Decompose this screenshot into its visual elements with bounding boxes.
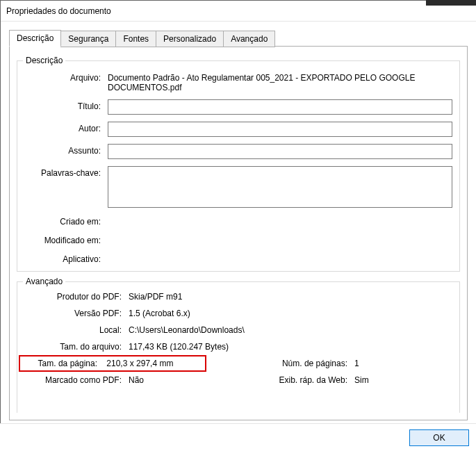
version-value: 1.5 (Acrobat 6.x) bbox=[129, 309, 396, 318]
title-label: Título: bbox=[24, 99, 108, 111]
content-area: Descrição Segurança Fontes Personalizado… bbox=[1, 22, 476, 451]
advanced-group: Avançado Produtor do PDF: Skia/PDF m91 V… bbox=[17, 281, 460, 413]
pagecount-value: 1 bbox=[354, 359, 396, 368]
producer-value: Skia/PDF m91 bbox=[129, 292, 396, 302]
fastweb-label: Exib. ráp. da Web: bbox=[271, 375, 354, 385]
tab-strip: Descrição Segurança Fontes Personalizado… bbox=[9, 30, 468, 47]
description-group: Descrição Arquivo: Documento Padrão - At… bbox=[17, 60, 460, 272]
filesize-value: 117,43 KB (120.247 Bytes) bbox=[129, 342, 396, 352]
subject-input[interactable] bbox=[108, 144, 452, 159]
ok-button[interactable]: OK bbox=[409, 429, 469, 446]
created-label: Criado em: bbox=[24, 215, 108, 227]
pagesize-value: 210,3 x 297,4 mm bbox=[106, 359, 173, 368]
tagged-value: Não bbox=[129, 375, 271, 385]
tab-panel: Descrição Arquivo: Documento Padrão - At… bbox=[9, 46, 468, 420]
pagecount-label: Núm. de páginas: bbox=[271, 359, 354, 368]
decorative-corner bbox=[426, 0, 476, 6]
application-label: Aplicativo: bbox=[24, 252, 108, 264]
modified-value bbox=[108, 233, 452, 236]
fastweb-value: Sim bbox=[354, 375, 396, 385]
modified-label: Modificado em: bbox=[24, 233, 108, 245]
dialog-window: Propriedades do documento Descrição Segu… bbox=[0, 0, 476, 451]
title-input[interactable] bbox=[108, 99, 452, 115]
button-bar: OK bbox=[0, 423, 476, 451]
file-value: Documento Padrão - Ato Regulamentar 005_… bbox=[108, 71, 452, 92]
author-input[interactable] bbox=[108, 122, 452, 137]
application-value bbox=[108, 252, 452, 254]
title-bar: Propriedades do documento bbox=[1, 1, 476, 22]
keywords-label: Palavras-chave: bbox=[24, 166, 108, 178]
keywords-input[interactable] bbox=[108, 166, 452, 208]
advanced-group-title: Avançado bbox=[23, 277, 65, 286]
author-label: Autor: bbox=[24, 122, 108, 133]
window-title: Propriedades do documento bbox=[6, 6, 111, 16]
producer-label: Produtor do PDF: bbox=[24, 292, 129, 302]
version-label: Versão PDF: bbox=[24, 309, 129, 318]
tab-custom[interactable]: Personalizado bbox=[156, 31, 224, 47]
created-value bbox=[108, 215, 452, 217]
file-label: Arquivo: bbox=[24, 71, 108, 83]
tab-advanced[interactable]: Avançado bbox=[223, 31, 275, 47]
pagesize-highlight: Tam. da página: 210,3 x 297,4 mm bbox=[19, 355, 206, 372]
location-value: C:\Users\Leonardo\Downloads\ bbox=[129, 325, 396, 335]
tagged-label: Marcado como PDF: bbox=[24, 375, 129, 385]
subject-label: Assunto: bbox=[24, 144, 108, 156]
tab-description[interactable]: Descrição bbox=[9, 30, 61, 47]
tab-security[interactable]: Segurança bbox=[60, 31, 116, 47]
pagesize-label: Tam. da página: bbox=[24, 359, 104, 368]
filesize-label: Tam. do arquivo: bbox=[24, 342, 129, 352]
description-group-title: Descrição bbox=[23, 56, 65, 65]
tab-fonts[interactable]: Fontes bbox=[115, 31, 156, 47]
location-label: Local: bbox=[24, 325, 129, 335]
